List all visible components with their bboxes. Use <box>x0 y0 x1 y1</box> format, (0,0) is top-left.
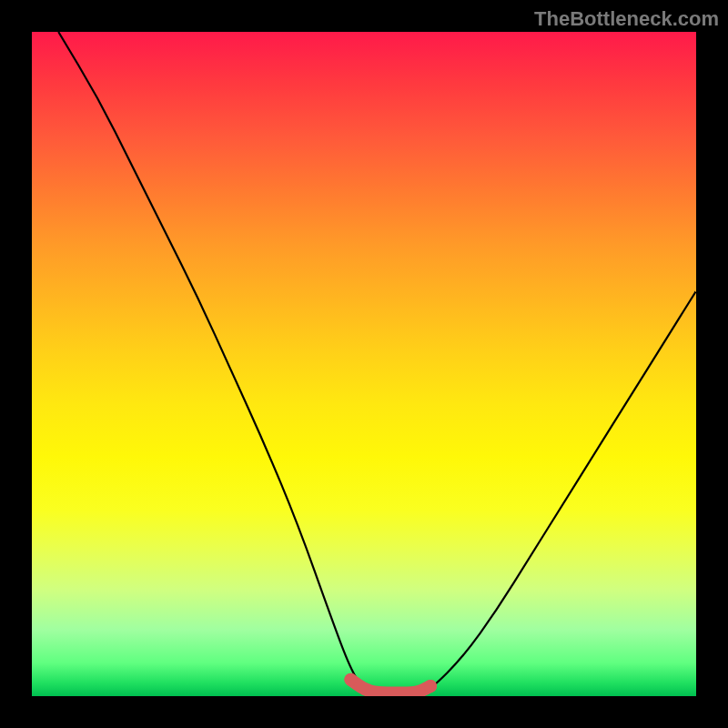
highlight-dot-right <box>424 680 437 693</box>
curve-svg <box>32 32 696 696</box>
highlight-zone-path <box>350 680 430 693</box>
watermark-text: TheBottleneck.com <box>534 7 719 31</box>
bottleneck-curve-path <box>58 32 696 696</box>
plot-area <box>32 32 696 696</box>
highlight-dot-left <box>344 673 357 686</box>
chart-container: TheBottleneck.com <box>0 0 728 728</box>
